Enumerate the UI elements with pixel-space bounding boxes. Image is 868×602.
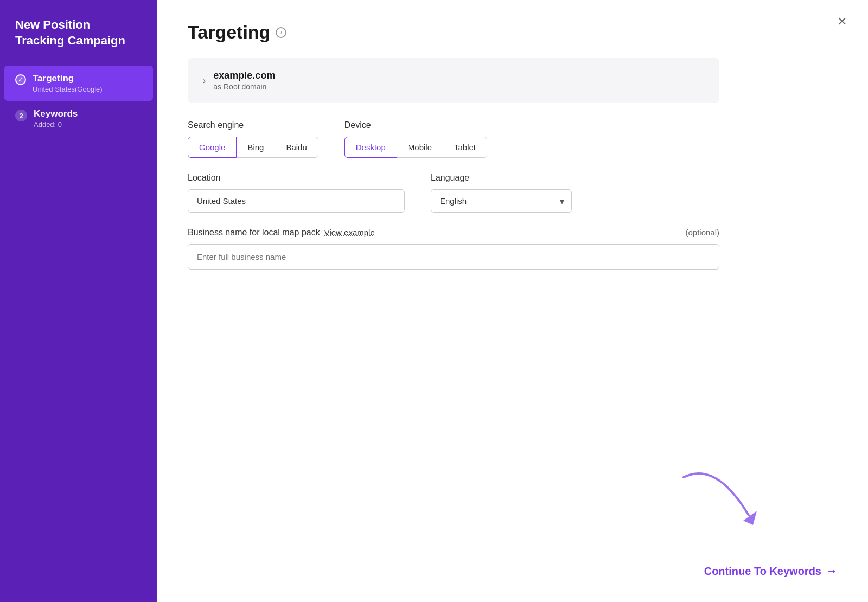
business-label: Business name for local map pack <box>188 228 320 238</box>
optional-text: (optional) <box>685 228 719 237</box>
business-section: Business name for local map pack View ex… <box>188 228 719 270</box>
sidebar-item-keywords-label: Keywords <box>34 108 78 119</box>
keywords-number: 2 <box>15 110 27 121</box>
svg-marker-0 <box>743 511 757 525</box>
device-tablet[interactable]: Tablet <box>443 137 487 158</box>
page-title: Targeting <box>188 22 270 43</box>
location-language-row: Location Language English Spanish French… <box>188 173 838 213</box>
sidebar-item-keywords-sublabel: Added: 0 <box>34 120 78 129</box>
device-label: Device <box>344 120 487 130</box>
sidebar-item-keywords[interactable]: 2 Keywords Added: 0 <box>0 101 157 136</box>
sidebar-item-targeting-text: Targeting United States(Google) <box>33 73 103 93</box>
sidebar-item-targeting[interactable]: ✓ Targeting United States(Google) <box>4 66 153 101</box>
search-device-row: Search engine Google Bing Baidu Device D… <box>188 120 838 158</box>
device-mobile[interactable]: Mobile <box>397 137 443 158</box>
page-title-row: Targeting i <box>188 22 838 43</box>
info-icon[interactable]: i <box>276 27 286 38</box>
search-engine-google[interactable]: Google <box>188 137 237 158</box>
domain-info: example.com as Root domain <box>213 70 275 91</box>
search-engine-group: Search engine Google Bing Baidu <box>188 120 318 158</box>
domain-name: example.com <box>213 70 275 81</box>
search-engine-baidu[interactable]: Baidu <box>275 137 318 158</box>
device-buttons: Desktop Mobile Tablet <box>344 137 487 158</box>
language-select-wrapper: English Spanish French German <box>431 189 572 213</box>
main-content: ✕ Targeting i › example.com as Root doma… <box>157 0 868 602</box>
sidebar: New Position Tracking Campaign ✓ Targeti… <box>0 0 157 602</box>
chevron-right-icon[interactable]: › <box>203 76 206 86</box>
search-engine-buttons: Google Bing Baidu <box>188 137 318 158</box>
sidebar-item-keywords-text: Keywords Added: 0 <box>34 108 78 129</box>
domain-sublabel: as Root domain <box>213 82 275 91</box>
continue-button-row: Continue To Keywords → <box>704 564 838 578</box>
language-group: Language English Spanish French German <box>431 173 572 213</box>
search-engine-label: Search engine <box>188 120 318 130</box>
sidebar-item-targeting-sublabel: United States(Google) <box>33 85 103 93</box>
close-button[interactable]: ✕ <box>833 13 851 30</box>
location-input[interactable] <box>188 189 405 213</box>
arrow-right-icon: → <box>826 564 838 578</box>
sidebar-item-targeting-label: Targeting <box>33 73 103 84</box>
business-name-input[interactable] <box>188 244 719 270</box>
language-label: Language <box>431 173 572 183</box>
arrow-decoration <box>673 472 760 526</box>
device-desktop[interactable]: Desktop <box>344 137 397 158</box>
continue-button-label: Continue To Keywords <box>704 565 821 578</box>
location-group: Location <box>188 173 405 213</box>
business-label-left: Business name for local map pack View ex… <box>188 228 375 238</box>
sidebar-title: New Position Tracking Campaign <box>0 17 157 66</box>
language-select[interactable]: English Spanish French German <box>431 189 572 213</box>
search-engine-bing[interactable]: Bing <box>236 137 275 158</box>
business-label-row: Business name for local map pack View ex… <box>188 228 719 238</box>
check-icon: ✓ <box>15 74 26 85</box>
continue-button[interactable]: Continue To Keywords → <box>704 564 838 578</box>
device-group: Device Desktop Mobile Tablet <box>344 120 487 158</box>
location-label: Location <box>188 173 405 183</box>
domain-card: › example.com as Root domain <box>188 58 719 103</box>
view-example-link[interactable]: View example <box>324 228 375 237</box>
